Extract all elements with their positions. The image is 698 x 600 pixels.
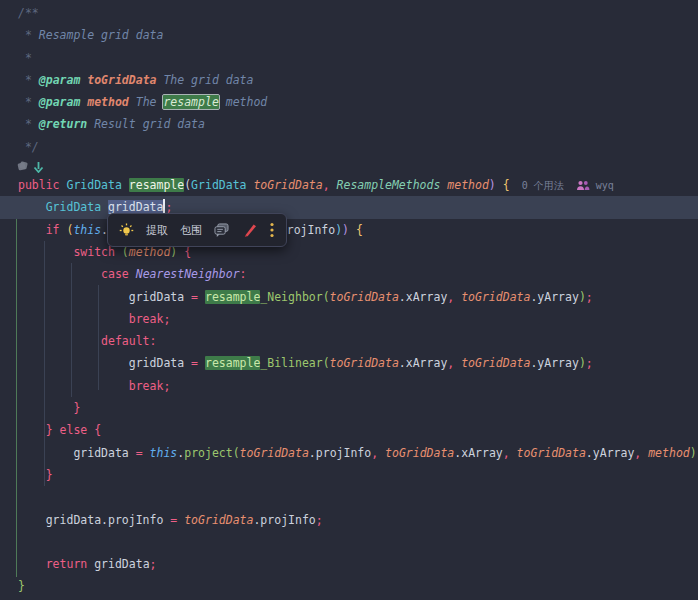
code-token: , <box>503 446 517 460</box>
search-occurrence-highlight: resample <box>205 356 260 370</box>
code-line: gridData.projInfo = toGridData.projInfo; <box>0 509 698 531</box>
code-line: case NearestNeighbor: <box>0 263 698 285</box>
code-token: : <box>150 334 157 348</box>
code-token: public <box>18 178 66 192</box>
code-token: ) <box>579 290 586 304</box>
code-token: toGridData <box>184 513 253 527</box>
code-line: /** <box>0 2 698 24</box>
code-token: = <box>191 290 205 304</box>
code-token: ) <box>690 446 697 460</box>
code-token: method <box>129 245 171 259</box>
code-line: gridData = resample_Neighbor(toGridData.… <box>0 286 698 308</box>
code-area: /** * Resample grid data * * @param toGr… <box>0 2 698 598</box>
code-token: case <box>18 267 136 281</box>
code-line: } <box>0 397 698 419</box>
code-token: break <box>18 312 163 326</box>
code-token: ( <box>323 356 330 370</box>
code-token: toGridData <box>87 73 163 87</box>
highlighter-button[interactable] <box>236 218 262 242</box>
gutter-icon-row <box>0 158 698 174</box>
code-token: /** <box>18 6 39 20</box>
code-token: switch <box>18 245 122 259</box>
code-token: GridData <box>191 178 253 192</box>
code-token: .yArray <box>530 356 578 370</box>
code-token: ; <box>586 356 593 370</box>
code-line: break; <box>0 308 698 330</box>
editor[interactable]: /** * Resample grid data * * @param toGr… <box>0 0 698 600</box>
code-token: The grid data <box>163 73 253 87</box>
floating-toolbar: 提取包围 <box>107 213 287 247</box>
code-token: gridData <box>18 290 191 304</box>
code-token: } <box>18 468 53 482</box>
blank-line <box>0 531 698 553</box>
code-token: ; <box>163 312 170 326</box>
code-token: gridData <box>18 446 136 460</box>
code-token: * <box>18 117 39 131</box>
code-token: : <box>240 267 247 281</box>
code-line: * <box>0 47 698 69</box>
code-token: gridData <box>94 557 149 571</box>
code-line: if (this.ta.projInfo)) { <box>0 219 698 241</box>
code-token: ; <box>586 290 593 304</box>
code-token: * <box>18 95 39 109</box>
code-token <box>349 223 356 237</box>
comment-button[interactable] <box>209 218 234 242</box>
code-line: * @return Result grid data <box>0 113 698 135</box>
navigate-down-icon[interactable] <box>33 159 44 173</box>
code-token: if <box>18 223 66 237</box>
code-token: method <box>87 95 135 109</box>
code-token: */ <box>18 140 39 154</box>
code-token: , <box>447 356 461 370</box>
code-token: GridData <box>66 178 128 192</box>
more-dots-icon <box>269 222 275 238</box>
intention-bulb-button[interactable] <box>114 218 139 242</box>
code-token: toGridData <box>461 356 530 370</box>
search-occurrence-highlight: resample <box>163 95 218 109</box>
code-line: } else { <box>0 419 698 441</box>
inlay-hint: 0 个用法 <box>510 180 576 191</box>
code-token: .yArray <box>586 446 634 460</box>
code-token: Resample grid data <box>39 28 164 42</box>
code-token: toGridData <box>517 446 586 460</box>
code-token: _Bilinear <box>260 356 322 370</box>
surround-button[interactable]: 包围 <box>175 218 207 242</box>
code-token: } <box>18 423 60 437</box>
code-token: { <box>94 423 101 437</box>
code-token: @return <box>39 117 94 131</box>
code-token: * <box>18 51 32 65</box>
code-token: { <box>184 245 191 259</box>
code-token: { <box>356 223 363 237</box>
code-token: Result grid data <box>94 117 205 131</box>
more-options-button[interactable] <box>264 218 280 242</box>
code-line: break; <box>0 375 698 397</box>
extract-button[interactable]: 提取 <box>141 218 173 242</box>
code-line: return gridData; <box>0 553 698 575</box>
code-token: this <box>73 223 101 237</box>
code-token: toGridData <box>240 446 309 460</box>
code-token: { <box>503 178 510 192</box>
code-token: = <box>191 356 205 370</box>
code-line: public GridData resample(GridData toGrid… <box>0 174 698 196</box>
code-token: project <box>184 446 232 460</box>
code-token: ( <box>233 446 240 460</box>
code-line: default: <box>0 330 698 352</box>
red-pen-icon <box>241 223 257 237</box>
override-marker-icon[interactable] <box>16 159 29 173</box>
code-token: @param <box>39 73 87 87</box>
code-token: * <box>18 28 39 42</box>
code-token: , <box>371 446 385 460</box>
inlay-hint: wyq <box>590 180 614 191</box>
search-occurrence-highlight: resample <box>205 290 260 304</box>
code-line: } <box>0 464 698 486</box>
code-token: @param <box>39 95 87 109</box>
code-token: else <box>60 423 95 437</box>
code-token: ; <box>150 557 157 571</box>
code-token: , <box>447 290 461 304</box>
search-occurrence-highlight: resample <box>129 178 184 192</box>
code-token: method <box>447 178 489 192</box>
code-token: ( <box>122 245 129 259</box>
code-token: this <box>150 446 178 460</box>
code-token: ; <box>316 513 323 527</box>
code-token: break <box>18 379 163 393</box>
code-token: * <box>18 73 39 87</box>
